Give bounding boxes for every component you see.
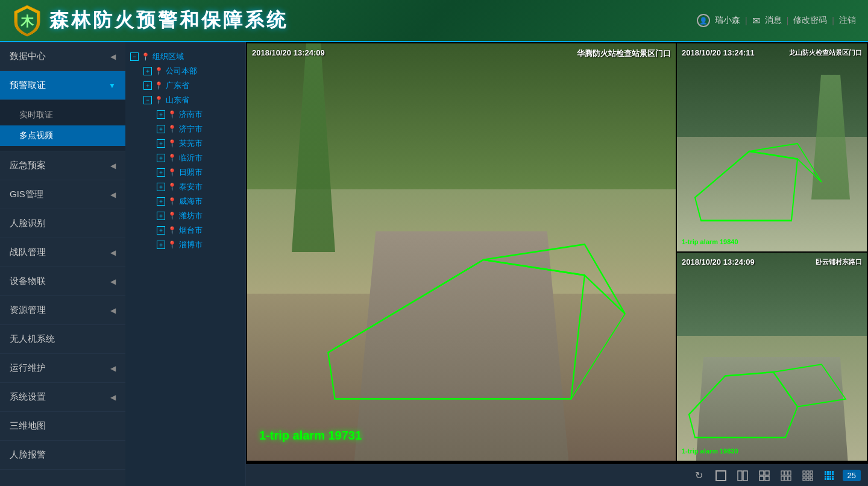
svg-rect-37 xyxy=(803,478,805,481)
tree-label: 广东省 xyxy=(166,80,189,91)
sixteen-view-button[interactable] xyxy=(821,467,838,484)
sidebar-item-resource[interactable]: 资源管理 ◀ xyxy=(0,296,125,325)
sidebar-item-gis[interactable]: GIS管理 ◀ xyxy=(0,180,125,209)
tree-node-zibo[interactable]: ＋ 📍 淄博市 xyxy=(157,238,241,252)
top-right-location: 龙山防火检查站景区门口 xyxy=(789,48,862,57)
sidebar-item-emergency[interactable]: 应急预案 ◀ xyxy=(0,151,125,180)
svg-rect-18 xyxy=(716,471,726,481)
svg-rect-48 xyxy=(825,476,826,478)
tree-node-weihai[interactable]: ＋ 📍 威海市 xyxy=(157,194,241,209)
pin-icon: 📍 xyxy=(141,52,150,61)
tree-node-weifang[interactable]: ＋ 📍 潍坊市 xyxy=(157,209,241,223)
arrow-icon: ◀ xyxy=(110,393,116,402)
bottom-toolbar: ↻ xyxy=(246,464,868,486)
pin-icon: 📍 xyxy=(168,241,177,249)
message-link[interactable]: 消息 xyxy=(765,15,782,26)
arrow-icon: ◀ xyxy=(110,191,116,199)
arrow-icon: ◀ xyxy=(110,277,116,286)
page-number[interactable]: 25 xyxy=(843,470,861,481)
svg-rect-43 xyxy=(832,471,834,473)
tree-node-linyi[interactable]: ＋ 📍 临沂市 xyxy=(157,151,241,165)
sidebar-item-settings[interactable]: 系统设置 ◀ xyxy=(0,383,125,412)
tree-collapse-icon[interactable]: － xyxy=(130,52,139,61)
svg-rect-55 xyxy=(832,478,834,480)
sidebar-item-face-alarm[interactable]: 人脸报警 xyxy=(0,441,125,470)
svg-rect-41 xyxy=(827,471,829,473)
sidebar-item-realtime[interactable]: 实时取证 xyxy=(0,105,125,125)
sidebar: 数据中心 ◀ 预警取证 ▼ 实时取证 多点视频 应急预案 ◀ GIS管理 ◀ 人… xyxy=(0,42,125,486)
expand-icon[interactable]: ＋ xyxy=(157,226,165,235)
expand-icon[interactable]: ＋ xyxy=(157,241,165,249)
collapse-icon[interactable]: － xyxy=(143,96,152,104)
header-logo: 木 森林防火预警和保障系统 xyxy=(12,4,288,37)
single-view-button[interactable] xyxy=(712,467,729,484)
mid-right-video-cell[interactable]: 2018/10/20 13:24:09 卧云铺村东路口 1-trip alarm… xyxy=(677,253,867,461)
expand-icon[interactable]: ＋ xyxy=(143,67,152,75)
expand-icon[interactable]: ＋ xyxy=(157,183,165,191)
expand-icon[interactable]: ＋ xyxy=(157,139,165,148)
pin-icon: 📍 xyxy=(168,197,177,206)
change-password-link[interactable]: 修改密码 xyxy=(793,15,827,26)
arrow-icon: ◀ xyxy=(110,248,116,257)
expand-icon[interactable]: ＋ xyxy=(157,197,165,206)
tree-node-rizhao[interactable]: ＋ 📍 日照市 xyxy=(157,165,241,180)
sidebar-item-drone[interactable]: 无人机系统 xyxy=(0,325,125,354)
svg-marker-6 xyxy=(749,144,822,182)
expand-icon[interactable]: ＋ xyxy=(157,212,165,220)
mail-icon: ✉ xyxy=(752,15,760,27)
tree-node-jining[interactable]: ＋ 📍 济宁市 xyxy=(157,122,241,136)
expand-icon[interactable]: ＋ xyxy=(157,168,165,177)
tree-node-laiwu[interactable]: ＋ 📍 莱芜市 xyxy=(157,136,241,151)
sidebar-item-3d-map[interactable]: 三维地图 xyxy=(0,412,125,441)
nine-view-button[interactable] xyxy=(799,467,816,484)
username: 瑞小森 xyxy=(715,15,740,26)
sidebar-item-team[interactable]: 战队管理 ◀ xyxy=(0,238,125,267)
expand-icon[interactable]: ＋ xyxy=(157,154,165,162)
svg-rect-35 xyxy=(807,475,809,477)
two-view-button[interactable] xyxy=(734,467,751,484)
sidebar-item-face[interactable]: 人脸识别 xyxy=(0,209,125,238)
header-nav: 👤 瑞小森 | ✉ 消息 | 修改密码 | 注销 xyxy=(697,14,856,27)
four-view-button[interactable] xyxy=(756,467,773,484)
main-video-cell[interactable]: 2018/10/20 13:24:09 华腾防火站检查站景区门口 1-trip … xyxy=(247,43,676,461)
tree-node-yantai[interactable]: ＋ 📍 烟台市 xyxy=(157,223,241,238)
tree-node-company[interactable]: ＋ 📍 公司本部 xyxy=(143,64,241,78)
tree-label: 济南市 xyxy=(179,109,203,120)
tree-node-guangdong[interactable]: ＋ 📍 广东省 xyxy=(143,78,241,93)
expand-icon[interactable]: ＋ xyxy=(157,110,165,119)
sidebar-label: 数据中心 xyxy=(10,51,46,62)
pin-icon: 📍 xyxy=(168,168,177,177)
svg-rect-20 xyxy=(743,471,747,481)
svg-marker-7 xyxy=(689,372,797,438)
two-grid-icon xyxy=(737,470,748,481)
expand-icon[interactable]: ＋ xyxy=(143,81,152,90)
expand-icon[interactable]: ＋ xyxy=(157,125,165,133)
pin-icon: 📍 xyxy=(168,226,177,235)
six-view-button[interactable] xyxy=(778,467,794,484)
svg-rect-39 xyxy=(810,478,813,481)
sidebar-item-multi-video[interactable]: 多点视频 xyxy=(0,125,125,146)
sidebar-item-iot[interactable]: 设备物联 ◀ xyxy=(0,267,125,296)
sidebar-item-data-center[interactable]: 数据中心 ◀ xyxy=(0,42,125,71)
arrow-icon: ◀ xyxy=(110,364,116,373)
tree-root[interactable]: － 📍 组织区域 xyxy=(130,49,241,64)
refresh-button[interactable]: ↻ xyxy=(691,467,708,484)
svg-marker-8 xyxy=(773,364,846,406)
shield-icon: 木 xyxy=(12,4,42,37)
svg-rect-31 xyxy=(803,471,805,473)
sidebar-item-maintenance[interactable]: 运行维护 ◀ xyxy=(0,354,125,383)
tree-root-label: 组织区域 xyxy=(153,51,184,62)
arrow-icon: ◀ xyxy=(110,52,116,61)
svg-rect-46 xyxy=(829,473,831,475)
tree-node-shandong[interactable]: － 📍 山东省 xyxy=(143,93,241,107)
svg-rect-51 xyxy=(832,476,834,478)
logout-link[interactable]: 注销 xyxy=(839,15,856,26)
sidebar-label: 人脸识别 xyxy=(10,218,46,229)
sidebar-label: 人脸报警 xyxy=(10,449,46,461)
tree-node-jinan[interactable]: ＋ 📍 济南市 xyxy=(157,107,241,122)
sidebar-item-alarm[interactable]: 预警取证 ▼ xyxy=(0,71,125,100)
top-right-video-cell[interactable]: 2018/10/20 13:24:11 龙山防火检查站景区门口 1-trip a… xyxy=(677,43,867,251)
tree-label: 日照市 xyxy=(179,167,203,178)
tree-node-taian[interactable]: ＋ 📍 泰安市 xyxy=(157,180,241,194)
shandong-children: ＋ 📍 济南市 ＋ 📍 济宁市 ＋ 📍 莱芜市 ＋ 📍 临沂市 xyxy=(157,107,241,252)
